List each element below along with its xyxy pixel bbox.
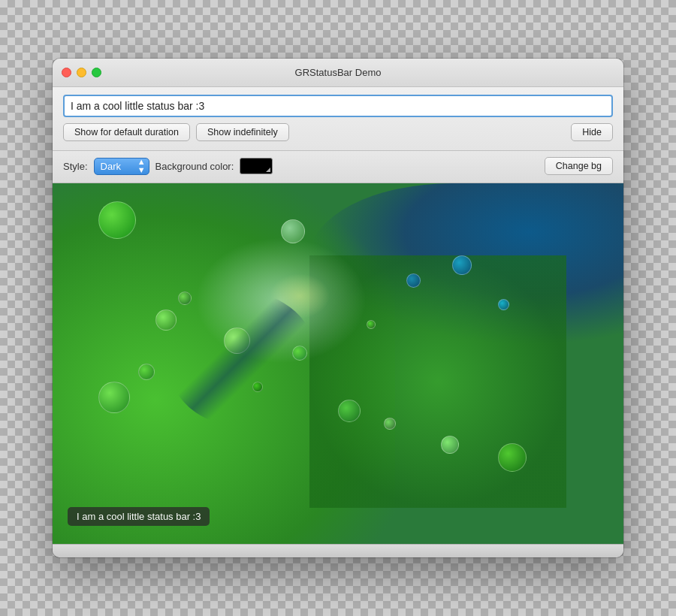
style-label: Style: bbox=[63, 161, 88, 172]
status-bar-text: I am a cool little status bar :3 bbox=[77, 511, 201, 522]
bg-blob-1 bbox=[309, 183, 623, 346]
bubble-12 bbox=[452, 255, 472, 275]
bg-blob-3 bbox=[309, 255, 566, 508]
window-title: GRStatusBar Demo bbox=[295, 67, 382, 78]
show-indefinitely-button[interactable]: Show indefinitely bbox=[196, 123, 289, 141]
bubble-8 bbox=[384, 418, 396, 430]
hide-button[interactable]: Hide bbox=[571, 123, 613, 141]
style-select[interactable]: Dark Light Matrix bbox=[94, 158, 149, 175]
bubble-6 bbox=[292, 346, 307, 361]
bubble-10 bbox=[367, 320, 376, 329]
titlebar: GRStatusBar Demo bbox=[53, 59, 623, 87]
maximize-button[interactable] bbox=[92, 68, 101, 77]
bottom-bar bbox=[53, 544, 623, 557]
toolbar-row1 bbox=[63, 95, 613, 117]
dark-swoosh bbox=[167, 291, 317, 427]
style-select-wrapper: Dark Light Matrix ▲ ▼ bbox=[94, 158, 149, 175]
bubble-large-3 bbox=[498, 443, 527, 472]
main-window: GRStatusBar Demo Show for default durati… bbox=[53, 59, 623, 557]
traffic-lights bbox=[62, 68, 101, 77]
decorative-image bbox=[53, 183, 623, 544]
toolbar-row2: Show for default duration Show indefinit… bbox=[63, 123, 613, 141]
bubble-2 bbox=[178, 291, 192, 305]
bubble-14 bbox=[281, 219, 305, 243]
status-text-input[interactable] bbox=[63, 95, 613, 117]
bubble-3 bbox=[224, 328, 250, 354]
bubble-5 bbox=[252, 382, 263, 392]
bg-color-label: Background color: bbox=[155, 161, 234, 172]
minimize-button[interactable] bbox=[77, 68, 86, 77]
show-default-duration-button[interactable]: Show for default duration bbox=[63, 123, 190, 141]
bubble-11 bbox=[406, 273, 421, 288]
status-bar-overlay: I am a cool little status bar :3 bbox=[68, 507, 210, 526]
bg-blob-2 bbox=[53, 183, 395, 544]
content-area: I am a cool little status bar :3 bbox=[53, 183, 623, 544]
yellow-patch bbox=[270, 273, 330, 319]
color-swatch[interactable] bbox=[240, 158, 273, 174]
bubble-large-2 bbox=[98, 201, 136, 239]
change-bg-button[interactable]: Change bg bbox=[545, 157, 613, 175]
style-row: Style: Dark Light Matrix ▲ ▼ Background … bbox=[53, 151, 623, 183]
bubble-4 bbox=[138, 364, 155, 380]
bubble-13 bbox=[498, 299, 509, 310]
bg-blob-4 bbox=[195, 237, 367, 364]
bubble-9 bbox=[441, 436, 459, 454]
bubble-1 bbox=[155, 310, 177, 331]
toolbar: Show for default duration Show indefinit… bbox=[53, 87, 623, 151]
bubble-large-1 bbox=[98, 382, 130, 413]
close-button[interactable] bbox=[62, 68, 71, 77]
bubble-7 bbox=[338, 400, 361, 422]
